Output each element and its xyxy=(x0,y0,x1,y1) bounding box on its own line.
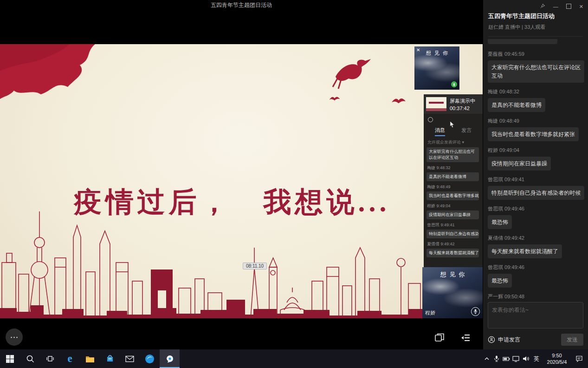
chat-list-toggle-button[interactable] xyxy=(457,329,474,346)
store-bag-icon xyxy=(106,355,114,363)
browser-app-button[interactable] xyxy=(140,349,160,368)
stage-title: 五四青年节主题团日活动 xyxy=(0,1,483,9)
message-bubble: 疫情期间在家日益暴躁 xyxy=(488,157,551,171)
message-author-time: 曾思琪 09:49:46 xyxy=(488,264,584,271)
folder-icon xyxy=(85,355,95,363)
clock-time: 9:50 xyxy=(552,352,562,359)
message-author-time: 夏倩倩 09:49:42 xyxy=(488,235,584,242)
edge-icon: e xyxy=(67,353,72,365)
notification-icon xyxy=(575,355,583,362)
mini-chat-message-list: 大家听完有什么想法也可以在评论区互动梅婕 9:48:32是真的不能老看微博梅婕 … xyxy=(426,147,480,257)
chat-sidebar: — ✕ 五四青年节主题团日活动 赵仁婧 直播中 | 33人观看 栗薇薇 09:4… xyxy=(483,0,588,349)
taskbar: e xyxy=(0,349,588,368)
captured-chat-panel: 消息 发言 允许观众发表评论 ▾ 大家听完有什么想法也可以在评论区互动梅婕 9:… xyxy=(424,114,483,268)
file-explorer-button[interactable] xyxy=(80,349,100,368)
message-author-time: 程娇 09:49:04 xyxy=(488,147,584,154)
comment-permission-text: 允许观众发表评论 xyxy=(427,140,461,145)
raise-hand-icon xyxy=(488,336,495,343)
mini-chat-message: 夏倩倩 9:49:42每天醒来就看数据就清醒了 xyxy=(426,241,480,257)
battery-icon xyxy=(503,357,510,361)
clipped-message-bubble xyxy=(488,39,557,44)
app-window: 五四青年节主题团日活动 疫情过后， 我想说... xyxy=(0,0,588,368)
mini-message-author-time: 曾思琪 9:49:41 xyxy=(427,222,480,228)
caret-down-icon: ▾ xyxy=(462,140,465,145)
bird-icon xyxy=(391,95,407,107)
share-preview-thumbnail xyxy=(426,97,446,111)
task-view-button[interactable] xyxy=(40,349,60,368)
close-icon[interactable]: ✕ xyxy=(579,4,583,9)
presenter-video-thumbnail[interactable]: 想见你 程娇 xyxy=(422,267,483,318)
hidden-icons-chevron[interactable] xyxy=(482,349,491,368)
comment-input[interactable] xyxy=(488,302,583,329)
chat-message: 曾思琪 09:49:46最恐怖 xyxy=(488,264,584,288)
store-button[interactable] xyxy=(100,349,120,368)
mail-button[interactable] xyxy=(120,349,140,368)
message-bubble: 大家听完有什么想法也可以在评论区互动 xyxy=(488,60,584,83)
send-button[interactable]: 发送 xyxy=(561,334,583,346)
message-author-time: 栗薇薇 09:45:59 xyxy=(488,51,584,58)
taskbar-clock[interactable]: 9:50 2020/5/4 xyxy=(543,349,571,368)
start-button[interactable] xyxy=(0,349,20,368)
message-author-time: 梅婕 09:48:49 xyxy=(488,118,584,125)
mail-envelope-icon xyxy=(125,355,134,362)
mini-message-bubble: 是真的不能老看微博 xyxy=(426,172,479,181)
message-author-time: 梅婕 09:48:32 xyxy=(488,88,584,95)
edge-browser-button[interactable]: e xyxy=(60,349,80,368)
mini-tab-speak: 发言 xyxy=(461,127,472,136)
task-view-icon xyxy=(46,355,54,363)
chat-message: 夏倩倩 09:49:42每天醒来就看数据就清醒了 xyxy=(488,235,584,258)
message-bubble: 特别是听到自己身边有感染者的时候 xyxy=(488,186,584,200)
red-flag-decoration xyxy=(0,44,111,123)
tray-network[interactable] xyxy=(511,349,521,368)
tray-microphone[interactable] xyxy=(491,349,501,368)
mini-chat-message: 梅婕 9:48:32是真的不能老看微博 xyxy=(426,165,480,181)
search-icon xyxy=(26,355,34,363)
microphone-icon xyxy=(471,307,480,316)
live-host-and-viewers: 赵仁婧 直播中 | 33人观看 xyxy=(488,24,583,31)
message-bubble: 每天醒来就看数据就清醒了 xyxy=(488,244,562,258)
blue-circle-app-icon xyxy=(145,354,155,364)
windows-logo-icon xyxy=(6,355,14,363)
video-poster-title: 想见你 xyxy=(422,270,483,279)
mini-message-bubble: 每天醒来就看数据就清醒了 xyxy=(426,249,479,257)
city-skyline-illustration xyxy=(0,193,483,318)
bird-icon xyxy=(332,58,371,91)
mini-message-author-time: 梅婕 9:48:32 xyxy=(427,165,480,171)
mini-chat-message: 梅婕 9:48:49我当时也是看着数字增多就好紧张 xyxy=(426,184,480,200)
message-bubble: 最恐怖 xyxy=(488,274,512,288)
screen-share-status-bar: 屏幕演示中 00:37:42 xyxy=(424,94,483,114)
window-controls: — ✕ xyxy=(540,3,583,10)
timestamp-pill: 08:11.10 xyxy=(243,263,267,269)
pin-icon[interactable] xyxy=(540,3,545,10)
layout-view-button[interactable] xyxy=(431,329,448,346)
layout-view-icon xyxy=(434,332,445,343)
message-author-time: 严一辉 09:50:48 xyxy=(488,293,584,299)
mini-message-bubble: 疫情期间在家日益暴躁 xyxy=(426,210,479,219)
input-language-indicator[interactable]: 英 xyxy=(530,349,543,368)
message-author-time: 曾思琪 09:49:46 xyxy=(488,205,584,212)
apply-to-speak-button[interactable]: 申请发言 xyxy=(488,336,520,344)
network-monitor-icon xyxy=(512,356,519,362)
shared-screen-video[interactable]: 疫情过后， 我想说... xyxy=(0,44,483,318)
chat-message: 曾思琪 09:49:46最恐怖 xyxy=(488,205,584,229)
list-toggle-icon xyxy=(460,332,471,343)
clock-date: 2020/5/4 xyxy=(547,359,567,365)
live-app-button[interactable] xyxy=(160,349,180,368)
action-center-button[interactable] xyxy=(571,349,587,368)
message-bubble: 我当时也是看着数字增多就好紧张 xyxy=(488,127,579,141)
maximize-icon[interactable] xyxy=(566,4,571,10)
chat-message: 程娇 09:49:04疫情期间在家日益暴躁 xyxy=(488,147,584,171)
live-app-icon xyxy=(165,354,174,363)
mini-chat-message: 曾思琪 9:49:41特别是听到自己身边有感染者的时候 xyxy=(426,222,480,238)
message-bubble: 是真的不能老看微博 xyxy=(488,98,545,112)
more-options-button[interactable]: ⋯ xyxy=(6,329,23,346)
chevron-up-icon xyxy=(484,356,490,361)
taskbar-search-button[interactable] xyxy=(20,349,40,368)
chat-message-list[interactable]: 栗薇薇 09:45:59大家听完有什么想法也可以在评论区互动梅婕 09:48:3… xyxy=(488,39,584,299)
tray-battery[interactable] xyxy=(501,349,511,368)
mouse-cursor-icon xyxy=(450,121,455,128)
mini-chat-message: 程娇 9:49:04疫情期间在家日益暴躁 xyxy=(426,203,480,219)
ellipsis-icon: ⋯ xyxy=(10,332,19,342)
tray-volume[interactable] xyxy=(521,349,530,368)
minimize-icon[interactable]: — xyxy=(553,4,558,9)
